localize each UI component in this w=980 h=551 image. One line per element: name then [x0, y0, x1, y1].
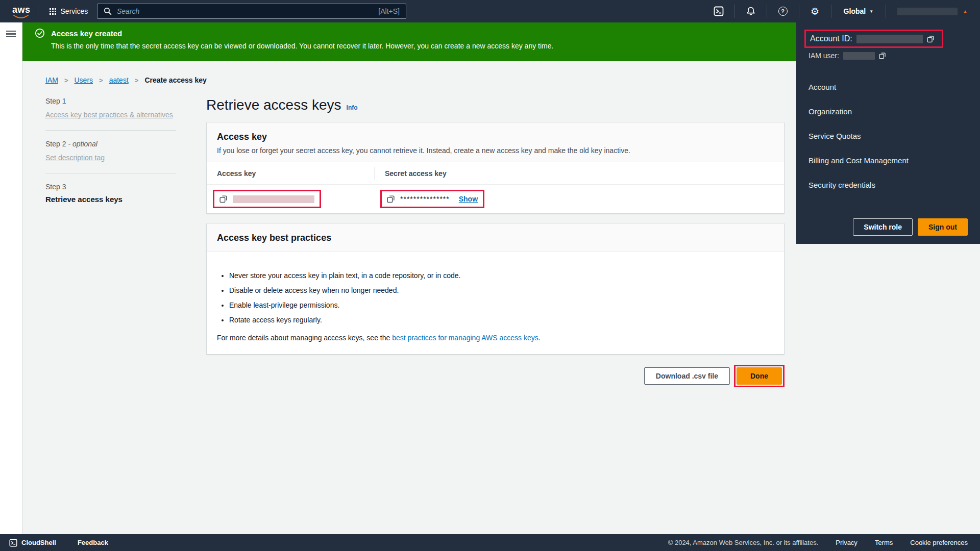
secret-key-column-header: Secret access key	[374, 167, 784, 180]
success-check-icon	[35, 28, 45, 38]
menu-item-service-quotas[interactable]: Service Quotas	[808, 126, 968, 146]
access-key-annotation-box	[213, 190, 321, 208]
nav-divider	[734, 5, 735, 18]
show-secret-link[interactable]: Show	[459, 195, 478, 203]
access-key-id-redacted	[233, 195, 314, 203]
access-key-card-description: If you lose or forget your secret access…	[217, 146, 774, 155]
top-navbar: aws Services Search [Alt+S]	[0, 0, 980, 22]
copy-icon[interactable]	[879, 52, 886, 59]
nav-divider	[38, 5, 38, 18]
account-dropdown-panel: Account ID: IAM user: Account Organizati…	[796, 22, 980, 244]
step2-label: Step 2 - optional	[45, 140, 176, 148]
step2-link[interactable]: Set description tag	[45, 152, 176, 163]
secret-key-annotation-box: *************** Show	[380, 190, 484, 208]
search-placeholder: Search	[117, 7, 378, 15]
region-selector[interactable]: Global ▼	[839, 7, 878, 15]
step3-label: Step 3	[45, 183, 176, 191]
wizard-steps-nav: Step 1 Access key best practices & alter…	[45, 97, 176, 387]
secret-key-masked-value: ***************	[400, 196, 450, 202]
help-icon[interactable]: ?	[774, 3, 792, 20]
iam-user-row: IAM user:	[808, 52, 968, 60]
chevron-up-icon: ▲	[963, 9, 968, 14]
menu-item-account[interactable]: Account	[808, 77, 968, 97]
settings-gear-icon[interactable]: ⚙	[806, 3, 824, 20]
services-menu-button[interactable]: Services	[45, 7, 92, 15]
region-label: Global	[844, 7, 866, 15]
search-icon	[104, 7, 112, 15]
switch-role-button[interactable]: Switch role	[853, 218, 913, 236]
footer-cookie-preferences-link[interactable]: Cookie preferences	[910, 539, 968, 546]
best-practice-item: Enable least-privilege permissions.	[229, 301, 774, 309]
search-shortcut: [Alt+S]	[378, 7, 400, 15]
access-key-card-title: Access key	[217, 132, 774, 142]
best-practices-footer: For more details about managing access k…	[217, 334, 774, 342]
cloudshell-icon[interactable]	[710, 3, 727, 20]
nav-divider	[799, 5, 799, 18]
breadcrumb-separator: >	[64, 77, 68, 84]
console-footer: CloudShell Feedback © 2024, Amazon Web S…	[0, 534, 980, 551]
breadcrumb-separator: >	[99, 77, 103, 84]
download-csv-button[interactable]: Download .csv file	[644, 367, 730, 385]
search-input[interactable]: Search [Alt+S]	[97, 4, 406, 19]
step1-label: Step 1	[45, 97, 176, 105]
account-id-annotation-box: Account ID:	[804, 30, 943, 48]
wizard-actions: Download .csv file Done	[206, 365, 785, 387]
step-divider	[45, 130, 176, 131]
breadcrumb-aatest[interactable]: aatest	[109, 76, 129, 84]
breadcrumb-iam[interactable]: IAM	[45, 76, 58, 84]
best-practices-list: Never store your access key in plain tex…	[217, 271, 774, 324]
aws-smile-icon	[13, 15, 29, 19]
hamburger-menu-icon[interactable]	[6, 31, 16, 37]
footer-feedback-link[interactable]: Feedback	[78, 539, 108, 546]
key-table-row: *************** Show	[207, 185, 784, 213]
footer-privacy-link[interactable]: Privacy	[836, 539, 857, 546]
services-grid-icon	[50, 8, 56, 15]
sign-out-button[interactable]: Sign out	[918, 218, 968, 236]
footer-cloudshell-button[interactable]: CloudShell	[9, 539, 56, 547]
done-annotation-box: Done	[734, 365, 785, 387]
notifications-bell-icon[interactable]	[742, 3, 760, 20]
step1-link[interactable]: Access key best practices & alternatives	[45, 109, 176, 120]
nav-divider	[886, 5, 886, 18]
cloudshell-icon	[9, 539, 17, 547]
step3-current-title: Retrieve access keys	[45, 195, 176, 204]
copy-icon[interactable]	[387, 195, 395, 203]
account-name-redacted	[897, 8, 958, 15]
best-practices-title: Access key best practices	[217, 233, 774, 243]
menu-item-organization[interactable]: Organization	[808, 102, 968, 121]
aws-logo-text: aws	[12, 5, 31, 15]
step-divider	[45, 173, 176, 173]
breadcrumb-users[interactable]: Users	[74, 76, 93, 84]
access-key-card: Access key If you lose or forget your se…	[206, 122, 785, 214]
menu-item-billing[interactable]: Billing and Cost Management	[808, 151, 968, 170]
info-link[interactable]: Info	[347, 104, 358, 111]
account-id-label: Account ID:	[810, 34, 852, 43]
footer-terms-link[interactable]: Terms	[875, 539, 893, 546]
breadcrumb-separator: >	[135, 77, 139, 84]
key-table-header: Access key Secret access key	[207, 162, 784, 185]
aws-logo[interactable]: aws	[12, 5, 31, 18]
page-title: Retrieve access keys	[206, 97, 341, 113]
copy-icon[interactable]	[219, 195, 228, 203]
nav-divider	[831, 5, 831, 18]
iam-user-label: IAM user:	[808, 52, 839, 60]
collapsed-side-nav	[0, 22, 22, 534]
best-practices-link[interactable]: best practices for managing AWS access k…	[392, 334, 538, 342]
account-menu-button[interactable]: ▲	[893, 8, 972, 15]
account-menu-list: Account Organization Service Quotas Bill…	[808, 77, 968, 195]
footer-copyright: © 2024, Amazon Web Services, Inc. or its…	[668, 539, 819, 546]
best-practices-card: Access key best practices Never store yo…	[206, 223, 785, 355]
step2-optional-suffix: - optional	[68, 140, 97, 148]
nav-divider	[767, 5, 767, 18]
banner-title: Access key created	[51, 29, 122, 38]
copy-icon[interactable]	[927, 35, 935, 43]
account-id-redacted	[856, 35, 923, 43]
chevron-down-icon: ▼	[869, 9, 873, 14]
access-key-column-header: Access key	[207, 169, 374, 178]
breadcrumb-current: Create access key	[144, 76, 206, 84]
menu-item-security-credentials[interactable]: Security credentials	[808, 175, 968, 195]
footer-cloudshell-label: CloudShell	[21, 539, 56, 546]
best-practice-item: Rotate access keys regularly.	[229, 316, 774, 324]
best-practice-item: Never store your access key in plain tex…	[229, 271, 774, 280]
done-button[interactable]: Done	[737, 367, 782, 385]
